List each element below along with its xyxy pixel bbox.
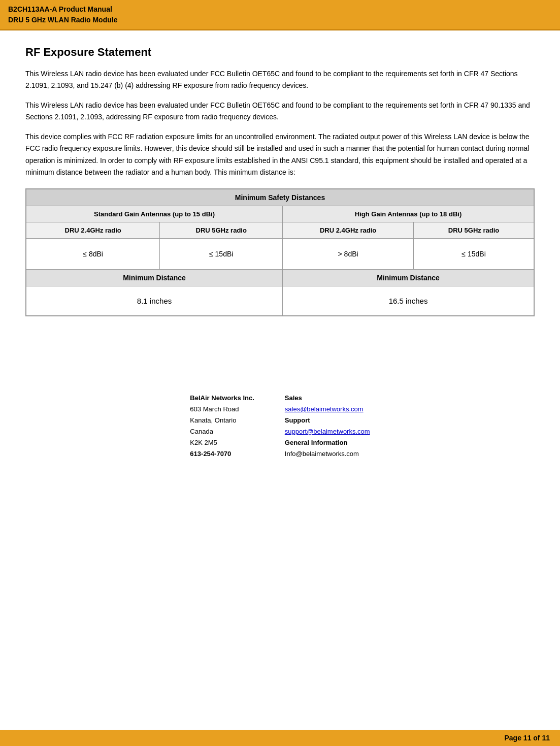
safety-distances-table: Minimum Safety Distances Standard Gain A… — [25, 188, 535, 316]
address-line3: Canada — [190, 426, 254, 437]
footer-address: BelAir Networks Inc. 603 March Road Kana… — [190, 393, 254, 460]
support-label: Support — [285, 416, 310, 424]
company-name: BelAir Networks Inc. — [190, 394, 254, 402]
general-email: Info@belaimetworks.com — [285, 448, 370, 460]
col2-header: DRU 5GHz radio — [160, 222, 283, 238]
page-bar: Page 11 of 11 — [0, 730, 560, 746]
sales-email-link[interactable]: sales@belaimetworks.com — [285, 405, 364, 413]
support-email-link[interactable]: support@belaimetworks.com — [285, 428, 370, 435]
row1-c2: ≤ 15dBi — [160, 238, 283, 269]
min-dist-label1: Minimum Distance — [26, 269, 283, 286]
dist2-value: 16.5 inches — [283, 286, 534, 315]
row1-c4: ≤ 15dBi — [414, 238, 534, 269]
row1-c3: > 8dBi — [283, 238, 414, 269]
page-header: B2CH113AA-A Product Manual DRU 5 GHz WLA… — [0, 0, 560, 30]
page-number: Page 11 of 11 — [505, 734, 550, 742]
table-group2-header: High Gain Antennas (up to 18 dBi) — [283, 206, 534, 222]
general-label: General Information — [285, 439, 348, 446]
address-line4: K2K 2M5 — [190, 437, 254, 448]
col1-header: DRU 2.4GHz radio — [26, 222, 160, 238]
header-title-line1: B2CH113AA-A Product Manual — [8, 4, 552, 15]
min-dist-label2: Minimum Distance — [283, 269, 534, 286]
footer-content: BelAir Networks Inc. 603 March Road Kana… — [0, 382, 560, 470]
table-group1-header: Standard Gain Antennas (up to 15 dBi) — [26, 206, 283, 222]
main-content: RF Exposure Statement This Wireless LAN … — [0, 30, 560, 342]
table-main-header: Minimum Safety Distances — [26, 189, 534, 206]
footer-contact: Sales sales@belaimetworks.com Support su… — [285, 393, 370, 460]
section-heading: RF Exposure Statement — [25, 46, 535, 59]
address-line2: Kanata, Ontario — [190, 415, 254, 426]
header-title-line2: DRU 5 GHz WLAN Radio Module — [8, 15, 552, 25]
paragraph-1: This Wireless LAN radio device has been … — [25, 68, 535, 91]
distance-value-row: 8.1 inches 16.5 inches — [26, 286, 534, 315]
dist1-value: 8.1 inches — [26, 286, 283, 315]
row1-c1: ≤ 8dBi — [26, 238, 160, 269]
sales-label: Sales — [285, 394, 302, 402]
col4-header: DRU 5GHz radio — [414, 222, 534, 238]
col3-header: DRU 2.4GHz radio — [283, 222, 414, 238]
address-line1: 603 March Road — [190, 404, 254, 415]
min-distance-header-row: Minimum Distance Minimum Distance — [26, 269, 534, 286]
paragraph-2: This Wireless LAN radio device has been … — [25, 100, 535, 123]
antenna-gain-row: ≤ 8dBi ≤ 15dBi > 8dBi ≤ 15dBi — [26, 238, 534, 269]
phone-number: 613-254-7070 — [190, 450, 231, 458]
paragraph-3: This device complies with FCC RF radiati… — [25, 131, 535, 178]
